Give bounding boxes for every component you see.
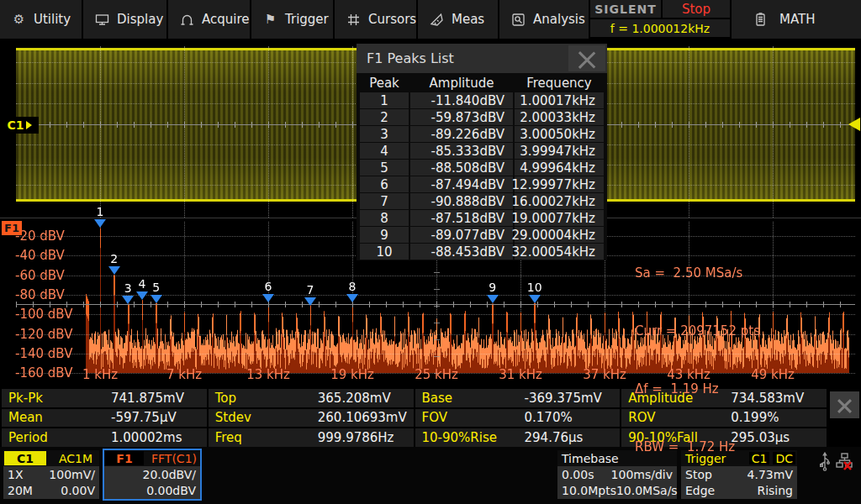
peaks-table-cell: 29.00004kHz <box>515 227 604 243</box>
peaks-table-cell: -88.508dBV <box>410 160 513 176</box>
peaks-table-row[interactable]: 2-59.873dBV2.00033kHz <box>360 109 604 125</box>
gridline-vertical <box>100 46 101 218</box>
fft-db-scale-label: -120 dBV <box>15 327 72 342</box>
peaks-table-body: 1-11.840dBV1.00017kHz2-59.873dBV2.00033k… <box>360 92 604 260</box>
fft-db-scale-label: -40 dBV <box>15 248 65 263</box>
acquire-icon <box>180 13 194 27</box>
measurement-cell: Pk-Pk741.875mV <box>2 389 207 407</box>
peaks-table-row[interactable]: 5-88.508dBV4.99964kHz <box>360 160 604 176</box>
menu-display[interactable]: Display <box>83 0 166 39</box>
fft-freq-axis-label: 25 kHz <box>411 367 462 382</box>
peak-marker-number: 5 <box>146 281 166 294</box>
trigger-coupling: DC <box>773 452 795 465</box>
menu-label: Cursors <box>368 12 416 27</box>
measurement-value: 741.875mV <box>111 391 184 406</box>
fft-db-scale-label: -80 dBV <box>15 287 65 302</box>
fft-db-scale-label: -100 dBV <box>15 307 72 322</box>
peaks-table-row[interactable]: 6-87.494dBV12.99977kHz <box>360 176 604 192</box>
peak-marker-icon <box>94 219 106 228</box>
timebase-memory: 10.0Mpts <box>562 484 616 497</box>
c1-offset: 0.00V <box>61 484 95 497</box>
measurement-label: Stdev <box>209 410 318 425</box>
fft-sample-rate: Sa = 2.50 MSa/s <box>635 264 760 283</box>
fft-freq-axis-label: 1 kHz <box>75 367 125 382</box>
peaks-table-row[interactable]: 9-89.077dBV29.00004kHz <box>360 227 604 243</box>
meas-ruler-icon <box>430 13 444 27</box>
c1-bandwidth: 20M <box>8 484 33 497</box>
peak-marker-icon <box>304 297 316 306</box>
peaks-table-cell: 32.00054kHz <box>515 244 604 260</box>
peak-marker-number: 1 <box>90 205 110 218</box>
trigger-level-marker[interactable] <box>848 118 860 131</box>
measurement-close-button[interactable] <box>830 391 859 418</box>
fft-freq-axis-label: 7 kHz <box>159 367 209 382</box>
peaks-table-cell: 4.99964kHz <box>515 160 604 176</box>
peak-marker-icon <box>346 294 358 302</box>
peak-marker-number: 6 <box>258 280 278 293</box>
peaks-table-cell: 4 <box>360 143 409 159</box>
measurement-cell: Stdev260.10693mV <box>209 409 414 428</box>
menu-trigger[interactable]: ⚑ Trigger <box>251 0 333 39</box>
menu-utility[interactable]: ⚙ Utility <box>0 0 82 39</box>
f1-offset: 0.00dBV <box>146 484 196 497</box>
close-icon <box>568 45 605 71</box>
menu-cursors[interactable]: Cursors <box>335 0 416 39</box>
peaks-table-row[interactable]: 8-87.518dBV19.00077kHz <box>360 210 604 226</box>
menu-label: Display <box>117 12 163 27</box>
peaks-table-cell: 3.99947kHz <box>515 143 604 159</box>
measurement-cell: Freq999.9786Hz <box>209 428 414 447</box>
peaks-list-dialog: F1 Peaks List Peak Amplitude Frequency 1… <box>357 44 607 260</box>
peaks-table-cell: -88.453dBV <box>410 244 513 260</box>
dialog-close-button[interactable] <box>568 45 605 71</box>
peaks-table-cell: -89.077dBV <box>410 227 513 243</box>
f1-scale: 20.0dBV/ <box>142 468 196 481</box>
peaks-table-row[interactable]: 3-89.226dBV3.00050kHz <box>360 126 604 142</box>
fft-freq-axis-label: 49 kHz <box>747 367 798 382</box>
measurement-value: -369.375mV <box>525 391 602 406</box>
gridline-vertical <box>184 46 185 218</box>
menu-label: Utility <box>34 12 71 27</box>
c1-descriptor-box[interactable]: C1 AC1M 1X100mV/ 20M0.00V <box>3 450 99 499</box>
gridline-vertical <box>268 46 269 218</box>
fft-db-scale-label: -20 dBV <box>15 228 65 244</box>
measurement-cell: Period1.00002ms <box>2 428 207 447</box>
fft-db-scale-label: -140 dBV <box>15 346 72 361</box>
measurement-label: 10-90%Rise <box>415 430 525 445</box>
oscilloscope-screen: ⚙ Utility Display Acquire ⚑ Trigger Curs… <box>0 0 861 504</box>
fft-db-scale-label: -160 dBV <box>15 365 72 381</box>
peak-marker-icon <box>151 295 162 303</box>
peaks-table-row[interactable]: 10-88.453dBV32.00054kHz <box>360 244 604 260</box>
c1-coupling: AC1M <box>59 452 92 465</box>
menu-meas[interactable]: Meas <box>418 0 498 39</box>
fft-freq-axis-label: 13 kHz <box>243 367 293 382</box>
c1-channel-marker[interactable]: C1 <box>0 117 39 134</box>
measurement-cell: Top365.208mV <box>209 389 414 407</box>
lan-disconnected-icon <box>836 452 854 475</box>
peaks-table-cell: 8 <box>360 210 409 226</box>
peaks-table-cell: -90.888dBV <box>410 193 513 209</box>
peaks-table-row[interactable]: 4-85.333dBV3.99947kHz <box>360 143 604 159</box>
peaks-table-cell: -89.226dBV <box>410 126 513 142</box>
f1-trace-badge: F1 <box>2 221 22 235</box>
peak-marker-icon <box>529 295 541 303</box>
measurement-cell: 10-90%Rise294.76µs <box>415 428 621 447</box>
close-icon <box>830 391 859 418</box>
menu-math[interactable]: MATH <box>732 0 861 39</box>
peak-marker-icon <box>108 266 120 275</box>
measurement-label: Base <box>415 391 525 406</box>
peaks-table-row[interactable]: 7-90.888dBV16.00027kHz <box>360 193 604 209</box>
peak-marker-number: 10 <box>525 281 545 294</box>
fft-freq-axis-label: 37 kHz <box>579 367 630 382</box>
peaks-table-header: Peak Amplitude Frequency <box>360 75 604 92</box>
peaks-table-row[interactable]: 1-11.840dBV1.00017kHz <box>360 92 604 108</box>
menubar: ⚙ Utility Display Acquire ⚑ Trigger Curs… <box>0 0 861 39</box>
acquisition-status-badge: Stop <box>663 0 730 18</box>
peaks-table-cell: 3 <box>360 126 409 142</box>
measurement-cell: Base-369.375mV <box>415 389 621 407</box>
menu-analysis[interactable]: Analysis <box>499 0 589 39</box>
f1-descriptor-box[interactable]: F1 FFT(C1) 20.0dBV/ 0.00dBV <box>103 449 202 501</box>
menu-acquire[interactable]: Acquire <box>168 0 250 39</box>
usb-icon <box>817 452 832 475</box>
c1-attenuation: 1X <box>8 468 24 481</box>
measurement-value: 365.208mV <box>318 391 391 406</box>
